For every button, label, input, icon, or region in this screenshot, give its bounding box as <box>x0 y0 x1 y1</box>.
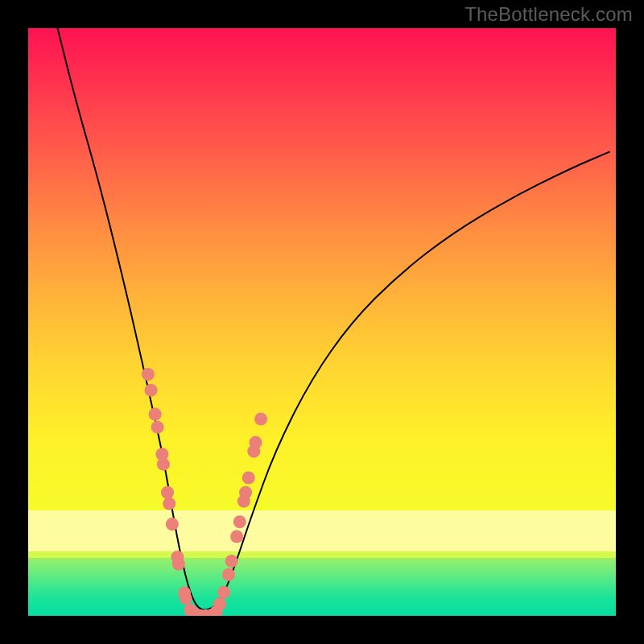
chart-frame: TheBottleneck.com <box>0 0 644 644</box>
marker-dot <box>233 515 246 528</box>
bottleneck-curve <box>58 28 610 610</box>
marker-dot <box>213 597 226 610</box>
marker-dot <box>249 436 262 449</box>
marker-dot <box>230 530 243 543</box>
marker-dot <box>151 421 164 434</box>
marker-dot <box>222 568 235 581</box>
marker-dot <box>172 558 185 571</box>
marker-dot <box>239 486 252 499</box>
plot-area <box>28 28 616 616</box>
curve-layer <box>28 28 616 616</box>
marker-dot <box>163 497 175 510</box>
watermark-text: TheBottleneck.com <box>464 3 633 26</box>
marker-dot <box>149 408 162 421</box>
marker-dot <box>242 471 255 484</box>
marker-dot <box>254 412 267 425</box>
curve-markers <box>142 368 267 616</box>
marker-dot <box>157 458 170 471</box>
marker-dot <box>161 486 174 499</box>
marker-dot <box>225 555 238 568</box>
marker-dot <box>142 368 155 381</box>
marker-dot <box>145 384 158 397</box>
marker-dot <box>166 518 179 530</box>
marker-dot <box>180 592 192 605</box>
marker-dot <box>217 586 230 599</box>
